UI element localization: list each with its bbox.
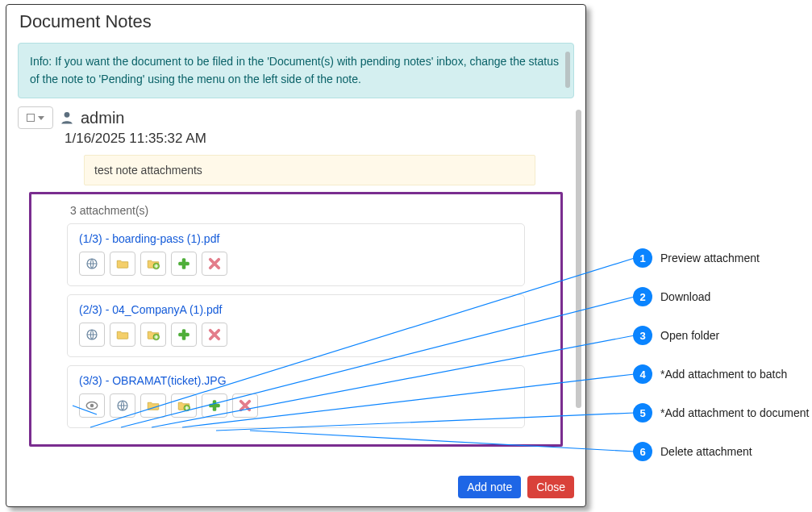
add-note-button[interactable]: Add note [458, 476, 521, 498]
chevron-down-icon [38, 116, 44, 120]
folder-icon [146, 398, 160, 413]
modal-title: Document Notes [19, 11, 573, 32]
open-folder-button[interactable] [140, 393, 166, 418]
globe-download-icon [85, 256, 99, 271]
callout-label: *Add attachment to batch [660, 368, 787, 381]
preview-attachment-button[interactable] [79, 393, 105, 418]
callout-item: 2 Download [633, 287, 809, 306]
folder-plus-icon [146, 327, 160, 342]
modal-footer: Add note Close [6, 469, 585, 506]
callout-badge: 4 [633, 364, 652, 384]
callout-label: Download [660, 290, 710, 303]
callout-item: 5 *Add attachment to document [633, 403, 809, 423]
attachment-filename[interactable]: (3/3) - OBRAMAT(ticket).JPG [79, 374, 513, 387]
attachment-filename[interactable]: (1/3) - boarding-pass (1).pdf [79, 232, 513, 245]
globe-download-icon [115, 398, 130, 413]
add-to-document-button[interactable] [171, 252, 197, 276]
folder-icon [115, 327, 130, 342]
add-to-batch-button[interactable] [140, 252, 166, 276]
body-scrollbar[interactable] [576, 110, 581, 408]
open-folder-button[interactable] [110, 252, 135, 276]
callout-label: Preview attachment [660, 252, 760, 264]
info-alert-text: Info: If you want the document to be fil… [30, 55, 559, 85]
note-body: test note attachments [84, 155, 535, 185]
globe-download-icon [85, 327, 99, 342]
document-notes-modal: Document Notes Info: If you want the doc… [6, 4, 586, 507]
download-button[interactable] [110, 393, 135, 418]
eye-icon [85, 398, 99, 413]
folder-plus-icon [146, 256, 160, 271]
callout-legend: 1 Preview attachment 2 Download 3 Open f… [633, 248, 809, 461]
download-button[interactable] [79, 323, 105, 347]
download-button[interactable] [79, 252, 105, 276]
callout-item: 4 *Add attachment to batch [633, 364, 809, 384]
add-to-document-button[interactable] [202, 393, 227, 418]
plus-icon [177, 256, 191, 271]
note-area: admin 1/16/2025 11:35:32 AM test note at… [6, 103, 585, 469]
checkbox-icon [27, 114, 35, 122]
add-to-batch-button[interactable] [171, 393, 197, 418]
callout-badge: 2 [633, 287, 652, 306]
delete-attachment-button[interactable] [202, 252, 227, 276]
callout-badge: 1 [633, 248, 652, 268]
attachment-card: (1/3) - boarding-pass (1).pdf [67, 223, 525, 286]
modal-header: Document Notes [6, 5, 585, 40]
add-to-batch-button[interactable] [140, 323, 166, 347]
folder-plus-icon [177, 398, 191, 413]
note-author: admin [81, 109, 124, 127]
note-timestamp: 1/16/2025 11:35:32 AM [65, 131, 574, 147]
open-folder-button[interactable] [110, 323, 135, 347]
attachment-filename[interactable]: (2/3) - 04_CompanyA (1).pdf [79, 303, 513, 316]
x-icon [238, 398, 252, 413]
plus-icon [207, 398, 222, 413]
callout-item: 3 Open folder [633, 326, 809, 345]
attachments-highlight-box: 3 attachment(s) (1/3) - boarding-pass (1… [29, 192, 563, 447]
x-icon [207, 256, 222, 271]
add-to-document-button[interactable] [171, 323, 197, 347]
callout-label: Delete attachment [660, 445, 752, 458]
folder-icon [115, 256, 130, 271]
delete-attachment-button[interactable] [232, 393, 258, 418]
callout-item: 6 Delete attachment [633, 442, 809, 461]
callout-badge: 5 [633, 403, 652, 423]
callout-badge: 6 [633, 442, 652, 461]
callout-label: Open folder [660, 329, 719, 342]
user-icon [60, 110, 74, 126]
attachment-card: (3/3) - OBRAMAT(ticket).JPG [67, 365, 525, 428]
x-icon [207, 327, 222, 342]
attachment-card: (2/3) - 04_CompanyA (1).pdf [67, 294, 525, 357]
note-status-dropdown[interactable] [18, 106, 53, 129]
callout-badge: 3 [633, 326, 652, 345]
info-alert: Info: If you want the document to be fil… [18, 43, 574, 98]
plus-icon [177, 327, 191, 342]
callout-label: *Add attachment to document [660, 406, 809, 419]
close-button[interactable]: Close [527, 476, 574, 498]
info-scrollbar[interactable] [565, 52, 570, 88]
delete-attachment-button[interactable] [202, 323, 227, 347]
attachments-count: 3 attachment(s) [70, 204, 525, 217]
callout-item: 1 Preview attachment [633, 248, 809, 268]
